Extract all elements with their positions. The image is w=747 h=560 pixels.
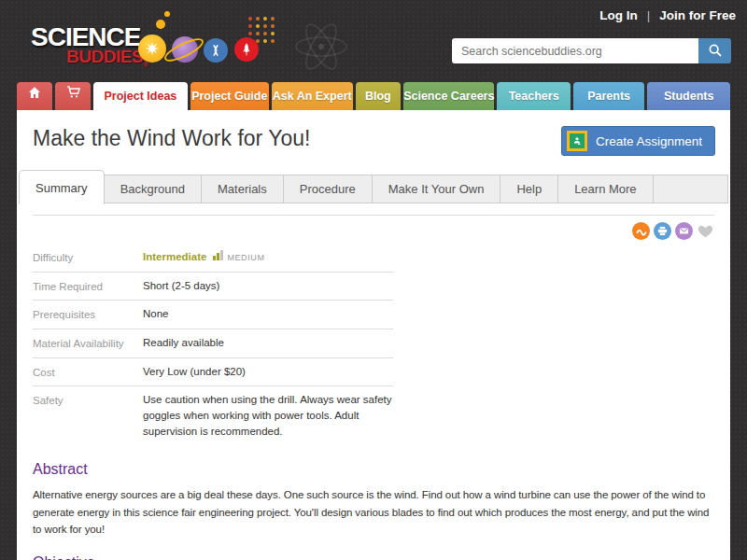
detail-label: Material Availability	[33, 335, 143, 352]
abstract-text: Alternative energy sources are a big dea…	[33, 486, 714, 537]
nav-item-project-ideas[interactable]: Project Ideas	[93, 82, 188, 110]
sun-icon	[138, 35, 166, 63]
tab-help[interactable]: Help	[500, 175, 558, 203]
tab-learn-more[interactable]: Learn More	[558, 175, 653, 203]
wave-share-icon[interactable]	[632, 222, 650, 240]
detail-value: Readily available	[143, 335, 224, 352]
auth-separator: |	[647, 8, 651, 22]
detail-row-cost: Cost Very Low (under $20)	[33, 358, 393, 387]
project-tabbar: Summary Background Materials Procedure M…	[19, 175, 728, 203]
detail-row-prerequisites: Prerequisites None	[33, 301, 393, 329]
detail-row-time-required: Time Required Short (2-5 days)	[33, 273, 393, 301]
favorite-heart-icon[interactable]	[697, 222, 714, 240]
site-search	[452, 38, 731, 63]
share-toolbar	[33, 215, 714, 240]
detail-value: IntermediateMEDIUM	[143, 249, 265, 266]
detail-value: Use caution when using the drill. Always…	[143, 392, 393, 439]
detail-value: Very Low (under $20)	[143, 364, 246, 381]
join-link[interactable]: Join for Free	[659, 8, 736, 22]
science-buddies-logo[interactable]: SCIENCE BUDDIES®	[31, 24, 148, 69]
detail-value: Short (2-5 days)	[143, 278, 219, 295]
objective-section: Objective In this engineering science fa…	[33, 554, 714, 560]
main-panel: Make the Wind Work for You! Create Assig…	[17, 110, 730, 560]
print-icon[interactable]	[654, 222, 671, 240]
nav-item-blog[interactable]: Blog	[356, 82, 402, 110]
detail-row-material-availability: Material Availability Readily available	[33, 329, 393, 358]
detail-label: Prerequisites	[33, 306, 143, 323]
tab-summary[interactable]: Summary	[19, 170, 105, 204]
nav-item-parents[interactable]: Parents	[573, 82, 645, 110]
site-header: SCIENCE BUDDIES® Log In|Join for Free	[0, 0, 747, 110]
detail-value: None	[143, 306, 169, 323]
cart-button[interactable]	[55, 82, 91, 110]
primary-nav: Project Ideas Project Guide Ask An Exper…	[17, 82, 730, 110]
detail-label: Cost	[33, 364, 143, 381]
abstract-section: Abstract Alternative energy sources are …	[33, 461, 714, 537]
google-classroom-icon	[567, 131, 587, 151]
search-input[interactable]	[452, 38, 698, 63]
logo-text-buddies: BUDDIES®	[66, 48, 148, 69]
search-button[interactable]	[698, 38, 731, 63]
search-icon	[707, 42, 723, 61]
create-assignment-label: Create Assignment	[596, 134, 702, 148]
detail-row-difficulty: Difficulty IntermediateMEDIUM	[33, 244, 393, 273]
tab-background[interactable]: Background	[105, 175, 202, 203]
bubble-decor	[156, 20, 165, 29]
home-button[interactable]	[17, 82, 52, 110]
nav-item-project-guide[interactable]: Project Guide	[190, 82, 269, 110]
nav-item-ask-an-expert[interactable]: Ask An Expert	[272, 82, 353, 110]
difficulty-value: Intermediate	[143, 251, 206, 262]
home-icon	[27, 82, 42, 110]
atom-decor-icon	[293, 19, 349, 75]
objective-heading: Objective	[33, 554, 714, 560]
title-row: Make the Wind Work for You! Create Assig…	[17, 110, 730, 173]
cart-icon	[65, 82, 81, 110]
project-details-table: Difficulty IntermediateMEDIUM Time Requi…	[33, 244, 393, 444]
detail-label: Safety	[33, 392, 143, 439]
login-link[interactable]: Log In	[599, 8, 638, 22]
planet-icon	[172, 36, 198, 63]
detail-label: Time Required	[33, 278, 143, 295]
rocket-icon	[234, 37, 259, 62]
tab-make-it-your-own[interactable]: Make It Your Own	[373, 175, 501, 203]
nav-item-science-careers[interactable]: Science Careers	[403, 82, 494, 110]
difficulty-level-badge: MEDIUM	[227, 253, 264, 262]
nav-item-teachers[interactable]: Teachers	[497, 82, 570, 110]
detail-row-safety: Safety Use caution when using the drill.…	[33, 386, 393, 444]
summary-content: Difficulty IntermediateMEDIUM Time Requi…	[17, 215, 730, 560]
page-title: Make the Wind Work for You!	[33, 126, 310, 151]
detail-label: Difficulty	[33, 249, 143, 266]
dna-icon	[204, 38, 228, 63]
auth-links: Log In|Join for Free	[599, 8, 736, 22]
difficulty-meter-icon	[213, 250, 223, 260]
abstract-heading: Abstract	[33, 461, 714, 478]
tab-procedure[interactable]: Procedure	[284, 175, 373, 203]
tab-materials[interactable]: Materials	[202, 175, 284, 203]
create-assignment-button[interactable]: Create Assignment	[561, 126, 715, 156]
bubble-decor	[164, 11, 170, 17]
email-icon[interactable]	[675, 222, 693, 240]
nav-item-students[interactable]: Students	[647, 82, 730, 110]
